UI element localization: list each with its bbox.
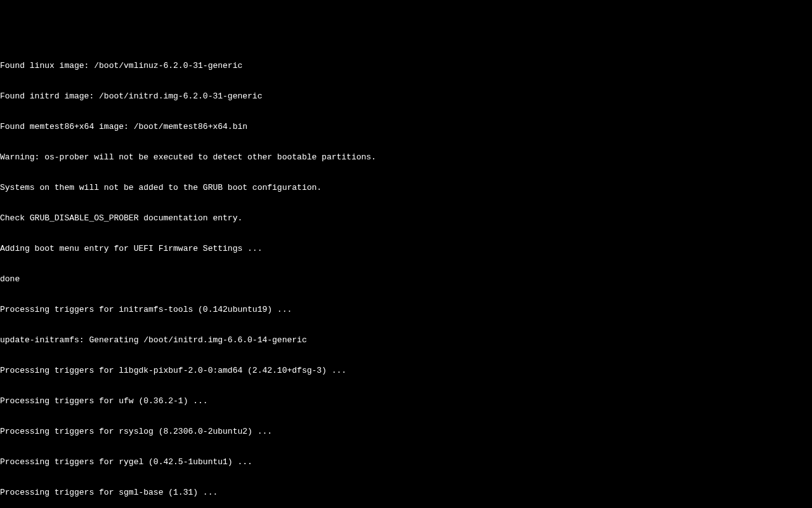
terminal-line: update-initramfs: Generating /boot/initr…	[0, 335, 812, 345]
terminal-output[interactable]: Found linux image: /boot/vmlinuz-6.2.0-3…	[0, 41, 812, 508]
terminal-line: Check GRUB_DISABLE_OS_PROBER documentati…	[0, 213, 812, 224]
terminal-line: Processing triggers for rsyslog (8.2306.…	[0, 427, 812, 437]
terminal-line: Processing triggers for libgdk-pixbuf-2.…	[0, 366, 812, 376]
terminal-line: Found memtest86+x64 image: /boot/memtest…	[0, 122, 812, 132]
terminal-line: Warning: os-prober will not be executed …	[0, 152, 812, 163]
terminal-line: Processing triggers for initramfs-tools …	[0, 305, 812, 315]
terminal-line: Processing triggers for ufw (0.36.2-1) .…	[0, 396, 812, 406]
terminal-line: Processing triggers for sgml-base (1.31)…	[0, 488, 812, 498]
terminal-line: Found initrd image: /boot/initrd.img-6.2…	[0, 91, 812, 102]
terminal-line: Adding boot menu entry for UEFI Firmware…	[0, 244, 812, 254]
terminal-line: Processing triggers for rygel (0.42.5-1u…	[0, 457, 812, 467]
terminal-line: Found linux image: /boot/vmlinuz-6.2.0-3…	[0, 61, 812, 71]
terminal-line: Systems on them will not be added to the…	[0, 183, 812, 193]
terminal-line: done	[0, 274, 812, 284]
